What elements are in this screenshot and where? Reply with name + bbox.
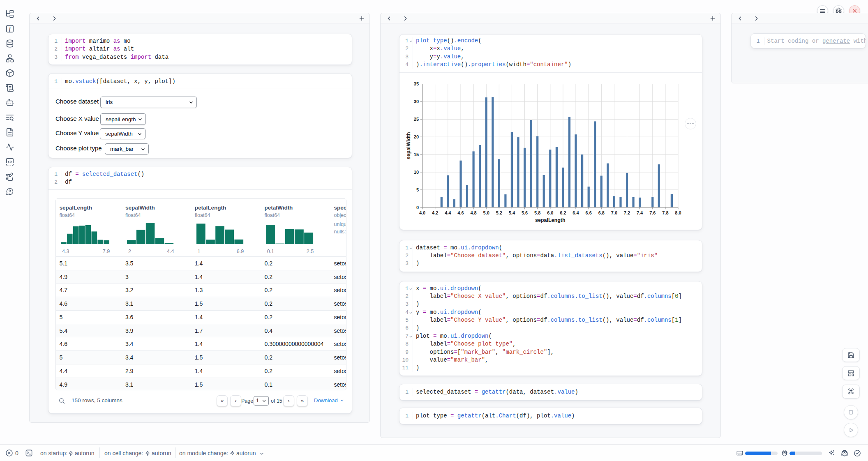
svg-text:5.2: 5.2 [496, 210, 502, 215]
svg-text:8.0: 8.0 [675, 210, 681, 215]
svg-text:6.4: 6.4 [573, 210, 579, 215]
svg-text:5.0: 5.0 [483, 210, 489, 215]
svg-text:sepalLength: sepalLength [535, 217, 566, 223]
svg-text:5: 5 [416, 187, 419, 192]
svg-text:6.2: 6.2 [560, 210, 566, 215]
svg-text:f: f [9, 26, 11, 32]
svg-text:7.2: 7.2 [624, 210, 630, 215]
svg-text:5.4: 5.4 [509, 210, 515, 215]
svg-text:30: 30 [414, 99, 419, 104]
svg-text:4.6: 4.6 [457, 210, 464, 215]
svg-text:7.6: 7.6 [649, 210, 656, 215]
svg-text:20: 20 [414, 134, 419, 139]
svg-text:5.6: 5.6 [522, 210, 528, 215]
svg-text:6.8: 6.8 [598, 210, 605, 215]
svg-text:7.8: 7.8 [662, 210, 668, 215]
svg-text:25: 25 [414, 117, 419, 122]
svg-text:4.2: 4.2 [432, 210, 438, 215]
svg-text:5.8: 5.8 [534, 210, 540, 215]
svg-text:10: 10 [414, 169, 419, 174]
svg-text:0: 0 [416, 205, 419, 210]
svg-text:6.0: 6.0 [547, 210, 553, 215]
svg-text:7.0: 7.0 [611, 210, 617, 215]
svg-text:4.4: 4.4 [445, 210, 451, 215]
svg-text:4.0: 4.0 [419, 210, 425, 215]
svg-text:4.8: 4.8 [470, 210, 476, 215]
svg-text:7.4: 7.4 [637, 210, 643, 215]
svg-text:6.6: 6.6 [586, 210, 592, 215]
svg-text:15: 15 [414, 152, 419, 157]
svg-text:35: 35 [414, 81, 419, 86]
svg-text:sepalWidth: sepalWidth [406, 132, 411, 159]
